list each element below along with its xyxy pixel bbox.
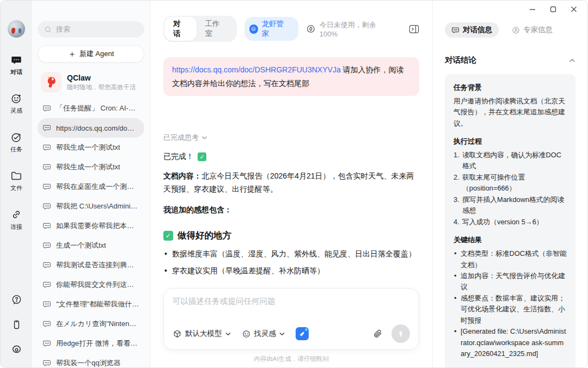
nav-rail: 对话 灵感 任务 文件 连接 bbox=[1, 1, 32, 367]
chevron-down-icon bbox=[201, 136, 207, 140]
composer-card: 默认大模型 找灵感 bbox=[163, 288, 419, 350]
done-text: 已完成！ bbox=[163, 152, 194, 162]
good-section-title: 做得好的地方 bbox=[177, 230, 231, 242]
results-title: 关键结果 bbox=[454, 235, 567, 246]
ai-disclaimer: 内容由AI生成，请仔细甄别 bbox=[163, 350, 419, 367]
conversation-item[interactable]: 帮我在桌面生成一个测试txt bbox=[38, 177, 144, 197]
conversation-label: 帮我把 C:\Users\Admini… bbox=[56, 201, 138, 211]
conversation-item[interactable]: 帮我测试是否连接到腾讯… bbox=[38, 255, 144, 275]
search-icon bbox=[44, 26, 52, 34]
chat-outline-icon bbox=[42, 163, 51, 171]
close-icon bbox=[570, 5, 578, 13]
inspiration-selector[interactable]: 找灵感 bbox=[242, 329, 285, 339]
tab-expert-info[interactable]: 专家信息 bbox=[505, 22, 559, 38]
chat-outline-icon bbox=[42, 222, 51, 230]
chat-outline-icon bbox=[42, 280, 51, 289]
inspiration-smiley-icon bbox=[242, 329, 251, 339]
conversation-label: 在メルカリ查询"Nintend… bbox=[56, 319, 139, 329]
folder-icon bbox=[10, 170, 22, 182]
conversation-item[interactable]: 用edge打开 微博，看看… bbox=[38, 334, 144, 353]
inspiration-label: 找灵感 bbox=[254, 329, 277, 339]
user-avatar[interactable] bbox=[8, 20, 25, 38]
key-result: 文档类型：标准DOC格式（非智能文档） bbox=[454, 248, 567, 271]
rail-label: 灵感 bbox=[10, 107, 22, 115]
chat-outline-icon bbox=[42, 320, 51, 328]
docs-plugin-icon[interactable] bbox=[296, 327, 309, 340]
conversation-item[interactable]: 在メルカリ查询"Nintend… bbox=[38, 314, 144, 334]
agent-qclaw[interactable]: QClaw 随时随地，帮您高效干活 bbox=[38, 69, 144, 95]
good-section-heading: ✓ 做得好的地方 bbox=[163, 230, 419, 242]
good-points-list: 数据维度丰富（温度、湿度、风力、紫外线、能见度、日出日落全覆盖） 穿衣建议实用（… bbox=[163, 248, 419, 281]
conversation-label: 帮我生成一个测试txt bbox=[56, 162, 120, 172]
rail-item-connect[interactable]: 连接 bbox=[10, 208, 22, 231]
main-area: 对话 工作室 龙虾管家 今日未使用，剩余100% https://docs.qq… bbox=[150, 1, 432, 367]
doc-summary-text: 北京今日天气报告（2026年4月21日），包含实时天气、未来两天预报、穿衣建议、… bbox=[163, 171, 414, 193]
conversation-item[interactable]: 帮我装一个qq浏览器 bbox=[38, 353, 144, 367]
conversation-item[interactable]: 帮我生成一个测试txt bbox=[38, 157, 144, 177]
conversation-item[interactable]: 帮我把 C:\Users\Admini… bbox=[38, 197, 144, 216]
chat-outline-icon bbox=[42, 182, 51, 191]
doc-summary: 文档内容：北京今日天气报告（2026年4月21日），包含实时天气、未来两天预报、… bbox=[163, 170, 419, 196]
thought-toggle[interactable]: 已完成思考 bbox=[163, 133, 419, 143]
model-cube-icon bbox=[173, 329, 182, 339]
model-selector[interactable]: 默认大模型 bbox=[173, 329, 231, 339]
check-icon: ✓ bbox=[163, 231, 173, 241]
conversation-label: 你能帮我提交文件到这里… bbox=[56, 280, 139, 290]
new-agent-label: 新建 Agent bbox=[79, 49, 114, 59]
chat-outline-icon bbox=[42, 261, 51, 269]
chat-outline-icon bbox=[42, 143, 51, 152]
info-panel: 对话信息 专家信息 对话结论 任务背景 用户邀请协作阅读腾讯文档（北京天气报告）… bbox=[432, 1, 587, 367]
panel-toggle-icon bbox=[409, 24, 419, 34]
chat-scroll-area[interactable]: https://docs.qq.com/doc/DSHRGR2FUU3NXYVJ… bbox=[150, 38, 432, 281]
rail-item-tasks[interactable]: 任务 bbox=[10, 131, 22, 154]
rail-label: 对话 bbox=[10, 68, 22, 76]
conversation-label: 帮我在桌面生成一个测试txt bbox=[56, 182, 139, 192]
agent-badge-icon bbox=[249, 24, 259, 34]
maximize-button[interactable] bbox=[545, 3, 561, 16]
mobile-icon[interactable] bbox=[10, 318, 22, 330]
close-button[interactable] bbox=[566, 3, 582, 16]
plus-icon: ＋ bbox=[68, 49, 76, 59]
doc-link[interactable]: https://docs.qq.com/doc/DSHRGR2FUU3NXYVJ… bbox=[172, 65, 341, 74]
composer-toolbar: 默认大模型 找灵感 bbox=[173, 324, 410, 343]
conclusion-section-header[interactable]: 对话结论 bbox=[445, 55, 575, 65]
new-agent-button[interactable]: ＋ 新建 Agent bbox=[38, 45, 144, 63]
agent-name: QClaw bbox=[67, 73, 136, 82]
conversation-label: 如果我需要你帮我把本地… bbox=[56, 221, 139, 231]
conversation-label: 生成一个测试txt bbox=[56, 241, 106, 250]
conversation-label: 帮我装一个qq浏览器 bbox=[56, 358, 120, 367]
search-input[interactable]: 搜索 bbox=[38, 21, 144, 38]
conversation-item[interactable]: 「任务提醒」 Cron: AI-H… bbox=[38, 99, 144, 118]
rail-item-chat[interactable]: 对话 bbox=[10, 54, 22, 76]
conclusion-card: 任务背景 用户邀请协作阅读腾讯文档（北京天气报告），并在文档末尾追加感想建议。 … bbox=[445, 74, 575, 367]
minimize-icon bbox=[529, 5, 536, 13]
tab-conversation-info[interactable]: 对话信息 bbox=[445, 22, 499, 38]
help-icon[interactable] bbox=[10, 293, 22, 305]
chat-outline-icon bbox=[42, 202, 51, 211]
conversation-label: 「任务提醒」 Cron: AI-H… bbox=[56, 103, 139, 113]
good-point: 穿衣建议实用（早晚温差提醒、补水防晒等） bbox=[163, 265, 419, 277]
user-message-bubble: https://docs.qq.com/doc/DSHRGR2FUU3NXYVJ… bbox=[163, 57, 419, 96]
conversation-item[interactable]: 帮我生成一个测试txt bbox=[38, 138, 144, 157]
background-title: 任务背景 bbox=[454, 82, 567, 94]
key-results: 文档类型：标准DOC格式（非智能文档）追加内容：天气报告评价与优化建议感想要点：… bbox=[454, 248, 567, 360]
conversation-label: "文件整理"都能帮我做什… bbox=[56, 299, 139, 309]
app-window: 对话 灵感 任务 文件 连接 bbox=[0, 0, 588, 368]
settings-gear-icon[interactable] bbox=[10, 344, 22, 355]
rail-item-files[interactable]: 文件 bbox=[10, 170, 22, 192]
window-controls bbox=[524, 3, 582, 16]
conversation-item[interactable]: 生成一个测试txt bbox=[38, 236, 144, 255]
conversation-item[interactable]: 如果我需要你帮我把本地… bbox=[38, 216, 144, 236]
paperclip-icon bbox=[373, 329, 383, 339]
minimize-button[interactable] bbox=[524, 3, 541, 16]
send-button[interactable] bbox=[391, 324, 410, 343]
rail-label: 连接 bbox=[10, 223, 22, 231]
conversation-item[interactable]: 你能帮我提交文件到这里… bbox=[38, 275, 144, 295]
conversation-item[interactable]: https://docs.qq.com/do… bbox=[38, 118, 144, 138]
attach-button[interactable] bbox=[373, 329, 383, 339]
collapse-panel-button[interactable] bbox=[409, 24, 419, 34]
chevron-up-icon bbox=[569, 58, 575, 63]
message-input[interactable] bbox=[173, 296, 410, 315]
conversation-item[interactable]: "文件整理"都能帮我做什… bbox=[38, 295, 144, 314]
rail-item-inspiration[interactable]: 灵感 bbox=[10, 93, 22, 115]
